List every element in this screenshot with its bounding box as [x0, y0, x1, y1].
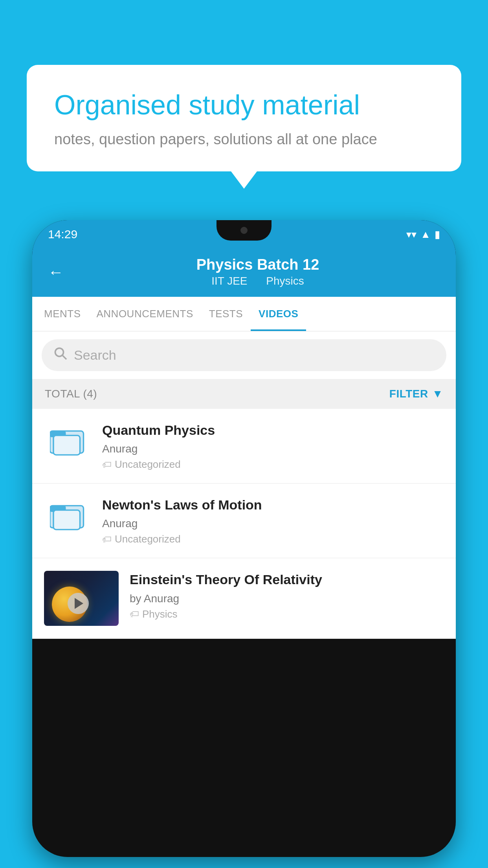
filter-button[interactable]: FILTER ▼	[389, 388, 443, 400]
search-bar[interactable]: Search	[42, 339, 446, 371]
svg-point-0	[55, 348, 64, 357]
phone-content: Search TOTAL (4) FILTER ▼	[32, 331, 456, 639]
filter-funnel-icon: ▼	[432, 388, 443, 400]
tabs-bar: MENTS ANNOUNCEMENTS TESTS VIDEOS	[32, 297, 456, 331]
list-item[interactable]: Quantum Physics Anurag 🏷 Uncategorized	[32, 409, 456, 484]
app-header: ← Physics Batch 12 IIT JEE Physics	[32, 248, 456, 297]
tab-videos[interactable]: VIDEOS	[251, 297, 306, 331]
video-info-1: Quantum Physics Anurag 🏷 Uncategorized	[102, 421, 444, 471]
svg-rect-4	[53, 436, 80, 455]
speech-bubble-heading: Organised study material	[54, 88, 434, 121]
filter-label: FILTER	[389, 388, 428, 400]
tag-icon-1: 🏷	[102, 459, 112, 470]
tab-tests[interactable]: TESTS	[201, 297, 251, 331]
battery-icon: ▮	[435, 228, 440, 241]
tab-ments[interactable]: MENTS	[36, 297, 89, 331]
video-tag-2: 🏷 Uncategorized	[102, 533, 444, 545]
phone-notch	[216, 220, 272, 241]
total-count: TOTAL (4)	[45, 388, 97, 400]
video-thumbnail-3	[44, 571, 119, 626]
header-text: Physics Batch 12 IIT JEE Physics	[75, 256, 440, 287]
folder-icon	[50, 425, 85, 458]
status-time: 14:29	[48, 228, 77, 241]
video-author-1: Anurag	[102, 443, 444, 455]
header-subtitle-physics: Physics	[266, 275, 304, 287]
video-tag-text-3: Physics	[142, 608, 178, 620]
list-item[interactable]: Einstein's Theory Of Relativity by Anura…	[32, 558, 456, 639]
tab-announcements[interactable]: ANNOUNCEMENTS	[89, 297, 201, 331]
video-list: Quantum Physics Anurag 🏷 Uncategorized	[32, 409, 456, 639]
svg-rect-7	[53, 510, 80, 530]
video-author-3: by Anurag	[130, 592, 444, 605]
search-icon	[53, 346, 68, 364]
header-title: Physics Batch 12	[75, 256, 440, 273]
video-title-2: Newton's Laws of Motion	[102, 496, 444, 513]
status-bar: 14:29 ▾▾ ▲ ▮	[32, 220, 456, 248]
play-triangle-icon	[75, 598, 83, 609]
list-item[interactable]: Newton's Laws of Motion Anurag 🏷 Uncateg…	[32, 484, 456, 558]
tag-icon-2: 🏷	[102, 534, 112, 545]
speech-bubble-subtext: notes, question papers, solutions all at…	[54, 131, 434, 148]
video-info-2: Newton's Laws of Motion Anurag 🏷 Uncateg…	[102, 496, 444, 545]
filter-bar: TOTAL (4) FILTER ▼	[32, 379, 456, 409]
signal-icon: ▲	[420, 228, 431, 241]
video-tag-1: 🏷 Uncategorized	[102, 458, 444, 471]
header-subtitle: IIT JEE Physics	[75, 275, 440, 287]
video-tag-text-1: Uncategorized	[115, 458, 181, 471]
tag-icon-3: 🏷	[130, 609, 139, 620]
play-button[interactable]	[68, 593, 89, 614]
video-tag-3: 🏷 Physics	[130, 608, 444, 620]
wifi-icon: ▾▾	[406, 228, 416, 241]
video-title-3: Einstein's Theory Of Relativity	[130, 571, 444, 588]
back-button[interactable]: ←	[48, 264, 64, 280]
phone-frame: 14:29 ▾▾ ▲ ▮ ← Physics Batch 12 IIT JEE …	[32, 220, 456, 857]
video-author-2: Anurag	[102, 517, 444, 530]
folder-icon	[50, 499, 85, 532]
video-thumb-1	[44, 421, 91, 461]
search-placeholder: Search	[74, 348, 116, 363]
video-thumb-2	[44, 496, 91, 535]
header-subtitle-iitjee: IIT JEE	[211, 275, 247, 287]
camera-dot	[240, 227, 248, 234]
speech-bubble: Organised study material notes, question…	[27, 65, 461, 171]
status-icons: ▾▾ ▲ ▮	[406, 228, 440, 241]
video-tag-text-2: Uncategorized	[115, 533, 181, 545]
svg-line-1	[62, 355, 66, 359]
video-title-1: Quantum Physics	[102, 421, 444, 439]
speech-bubble-card: Organised study material notes, question…	[27, 65, 461, 171]
video-info-3: Einstein's Theory Of Relativity by Anura…	[130, 571, 444, 620]
search-bar-wrapper: Search	[32, 331, 456, 379]
